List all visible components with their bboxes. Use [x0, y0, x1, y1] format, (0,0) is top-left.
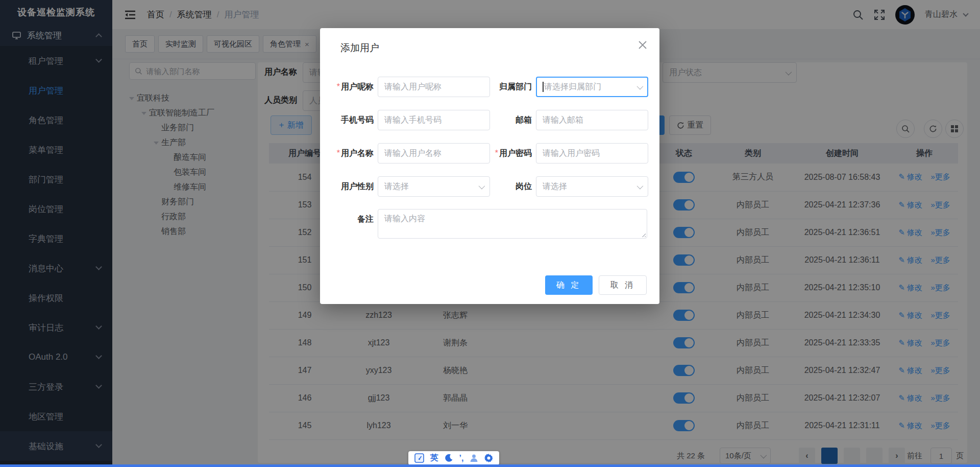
dialog-form: *用户呢称 请输入用户呢称 *归属部门 请选择归属部门 *手机号码 请输入手机号	[331, 77, 649, 209]
remark-textarea[interactable]: 请输入内容	[378, 209, 647, 239]
ime-settings-gear-icon[interactable]	[484, 454, 493, 462]
field-label: *归属部门	[490, 82, 536, 92]
field-control[interactable]: 请输入用户密码	[536, 143, 648, 164]
ime-punctuation-toggle[interactable]: ’,	[459, 454, 463, 463]
close-icon[interactable]	[637, 39, 648, 51]
field-placeholder: 请输入用户呢称	[384, 82, 483, 92]
field-label: *用户呢称	[331, 82, 378, 92]
field-placeholder: 请选择	[384, 181, 479, 192]
confirm-button[interactable]: 确 定	[545, 275, 592, 295]
remark-placeholder: 请输入内容	[384, 214, 425, 223]
form-field: *用户名称 请输入用户名称	[331, 143, 490, 164]
form-field: *邮箱 请输入邮箱	[490, 110, 648, 130]
form-field: *归属部门 请选择归属部门	[490, 77, 648, 97]
field-label: *岗位	[490, 181, 536, 192]
field-placeholder: 请输入邮箱	[543, 115, 642, 126]
ime-language-toggle[interactable]: 英	[430, 453, 438, 463]
field-control[interactable]: 请输入手机号码	[378, 110, 490, 130]
field-control[interactable]: 请选择	[378, 176, 490, 197]
add-user-dialog: 添加用户 *用户呢称 请输入用户呢称 *归属部门 请选择归属部门 *手机号码	[320, 28, 659, 304]
taskbar-edge-strip	[0, 464, 980, 467]
ime-toolbar: 英 ’,	[408, 451, 499, 465]
remark-label: 备注	[331, 209, 378, 239]
field-control[interactable]: 请选择	[536, 176, 648, 197]
field-label: *用户名称	[331, 148, 378, 159]
field-control[interactable]: 请输入邮箱	[536, 110, 648, 130]
required-mark: *	[495, 149, 498, 157]
cancel-button[interactable]: 取 消	[599, 275, 647, 295]
form-field: *用户密码 请输入用户密码	[490, 143, 648, 164]
field-placeholder: 请输入用户名称	[384, 148, 483, 159]
ime-logo-icon[interactable]	[414, 453, 424, 463]
field-placeholder: 请输入用户密码	[543, 148, 642, 159]
required-mark: *	[337, 82, 340, 91]
field-control[interactable]: 请选择归属部门	[536, 77, 648, 97]
field-placeholder: 请选择	[543, 181, 637, 192]
required-mark: *	[337, 149, 340, 157]
dialog-footer: 确 定 取 消	[545, 275, 647, 295]
field-control[interactable]: 请输入用户名称	[378, 143, 490, 164]
form-field: *用户性别 请选择	[331, 176, 490, 197]
field-label: *邮箱	[490, 115, 536, 126]
field-label: *手机号码	[331, 115, 378, 126]
field-control[interactable]: 请输入用户呢称	[378, 77, 490, 97]
chevron-down-icon	[479, 182, 485, 189]
field-placeholder: 请输入手机号码	[384, 115, 483, 126]
remark-field: 备注 请输入内容	[331, 209, 647, 239]
dialog-title: 添加用户	[340, 41, 379, 55]
chevron-down-icon	[637, 83, 644, 89]
form-field: *手机号码 请输入手机号码	[331, 110, 490, 130]
text-cursor	[543, 82, 544, 92]
ime-halfwidth-moon-icon[interactable]	[445, 454, 453, 462]
field-placeholder: 请选择归属部门	[544, 82, 637, 92]
chevron-down-icon	[637, 182, 644, 189]
ime-user-icon[interactable]	[470, 454, 478, 462]
form-field: *用户呢称 请输入用户呢称	[331, 77, 490, 97]
field-label: *用户性别	[331, 181, 378, 192]
field-label: *用户密码	[490, 148, 536, 159]
form-field: *岗位 请选择	[490, 176, 648, 197]
